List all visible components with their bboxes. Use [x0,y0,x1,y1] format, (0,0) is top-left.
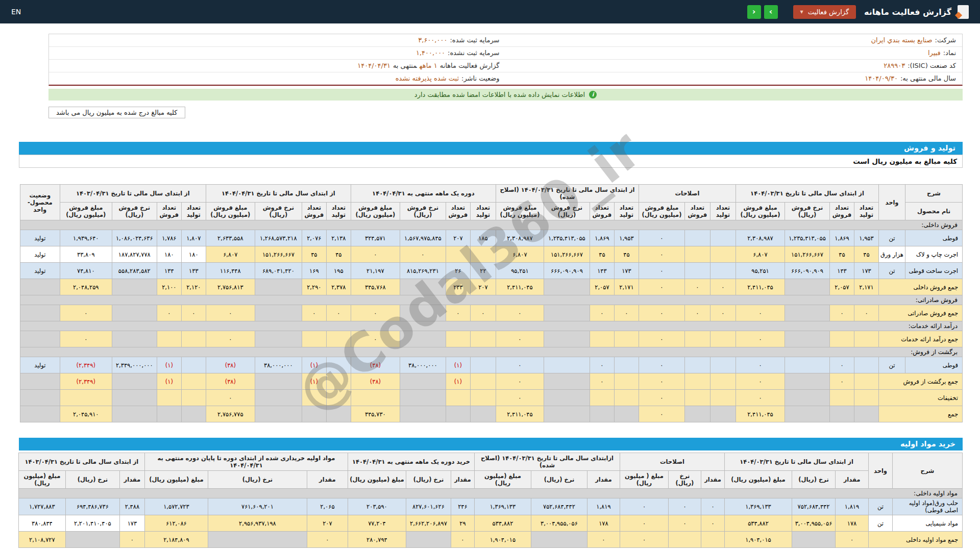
nav-right-button[interactable]: › [764,5,778,19]
cell [112,406,157,422]
cell [684,331,710,347]
cell: ۰ [736,357,785,373]
info-icon: i [589,91,597,98]
cell [684,406,710,422]
cell: تن [869,498,893,515]
cell [785,305,830,321]
info-row: گزارش فعالیت ماهانه۱ ماههمنتهی به۱۴۰۴/۰۴… [49,60,506,72]
cell [684,263,710,279]
cell: ۰ [701,515,724,532]
cell: ۰ [668,498,701,515]
cell: ۳۸,۰۰۰,۰۰۰ [400,357,446,373]
cell: ۴۵ [326,246,351,263]
cell: ۱۴۳ [590,263,614,279]
cell: ۶۹۴,۴۸۶,۷۳۶ [65,498,119,515]
cell: ۲,۰۴۵,۹۱۰ [60,406,112,422]
signature-match-banner: i اطلاعات نمایش داده شده با اطلاعات امضا… [48,89,963,101]
column-header: مبلغ (میلیون ریال) [144,471,208,489]
cell: (۳۸) [206,373,255,390]
cell [684,230,710,246]
cell [20,331,60,347]
cell: ۱,۷۸۶ [157,230,181,246]
cell [326,373,351,390]
cell: ۰ [496,331,544,347]
column-header: نرخ (ریال) [668,471,701,489]
cell: ۲,۲۹۰ [302,279,326,295]
column-header: مبلغ (میلیون ریال) [474,471,531,489]
table-row: جمع فروش داخلی۲,۱۷۱۲,۰۵۷۲,۴۱۱,۰۴۵۰۰۰۲,۱۷… [20,279,962,295]
table-row: مواد شیمیاییتن۱۷۸۳,۰۰۴,۹۵۵,۰۵۶۵۳۴,۸۸۲۰۰۰… [18,515,962,532]
cell: ۱۷۸ [587,515,620,532]
banner-text: اطلاعات نمایش داده شده با اطلاعات امضا ش… [414,91,585,98]
cell: تن [879,263,905,279]
cell: ۰ [639,357,684,373]
cell: ۰ [830,373,854,390]
cell [446,406,470,422]
cell: جمع فروش داخلی [879,279,963,295]
chevron-down-icon: ▼ [800,10,803,14]
cell [710,406,736,422]
cell: ۲,۷۵۶,۷۷۵ [206,406,255,422]
cell: ۲۸۰,۷۹۴ [348,532,406,548]
column-header: از ابتدای سال مالی تا تاریخ ۱۴۰۳/۰۴/۳۱ [18,453,144,471]
cell [830,406,854,422]
column-header: نرخ فروش (ریال) [785,203,830,220]
cell [20,279,60,295]
cell: ۳۸۰,۸۴۴ [18,515,65,532]
cell: ۰ [590,357,614,373]
cell: ۰ [854,305,879,321]
column-header: مبلغ فروش (میلیون ریال) [206,203,255,220]
cell [20,373,60,390]
cell [406,532,451,548]
nav-left-button[interactable]: ‹ [747,5,761,19]
cell: ۶۸۹,۰۴۱,۴۲۰ [255,263,302,279]
cell: ۰ [684,279,710,295]
cell [470,406,496,422]
column-header: نام محصول [905,203,963,220]
cell [544,373,590,390]
cell: ۰ [206,331,255,347]
materials-table: شرحواحداز ابتدای سال مالی تا تاریخ ۱۴۰۴/… [18,453,963,548]
cell [710,357,736,373]
cell [157,390,181,406]
report-type-dropdown[interactable]: گزارش فعالیت ▼ [793,5,856,19]
table-row: تخفیفات۰۰۰۰ [20,390,962,406]
cell: ۰ [157,305,181,321]
cell [470,331,496,347]
column-header: شرح [905,185,963,203]
cell: ۱,۸۱۹ [836,498,869,515]
cell: ۰ [639,305,684,321]
cell [544,279,590,295]
cell [208,532,307,548]
cell: ۵۳۴,۸۸۲ [724,515,792,532]
cell [785,373,830,390]
table-unit-note: کلیه مبالغ به میلیون ریال است [19,155,963,168]
top-header-bar: گزارش فعالیت ماهانه گزارش فعالیت ▼ › ‹ E… [0,0,980,23]
cell [785,279,830,295]
cell: (۱) [157,373,181,390]
cell: ۳,۰۰۴,۹۵۵,۰۵۶ [531,515,587,532]
cell [326,390,351,406]
info-row: کد صنعت (ISIC):۲۸۹۹۰۳ [506,60,963,72]
column-header: تعداد فروش [157,203,181,220]
info-label: سال مالی منتهی به: [900,74,956,82]
cell: ۰ [701,498,724,515]
cell [785,357,830,373]
cell: ۰ [736,390,785,406]
section-row: برگشت از فروش: [20,347,962,357]
cell: ۱۸۵ [470,230,496,246]
cell: ۰ [710,305,736,321]
cell: ۳۲۴,۵۷۱ [351,230,400,246]
cell [531,532,587,548]
cell: ۰ [451,532,474,548]
cell: جمع برگشت از فروش [879,373,963,390]
section-row: فروش داخلی: [20,220,962,230]
column-header: مقدار [701,471,724,489]
cell: ۰ [736,373,785,390]
language-toggle-en[interactable]: EN [11,8,21,16]
cell [60,390,112,406]
cell [157,406,181,422]
table-row: اجرت ساخت قوطیتن۱۷۳۱۴۳۶۶۶,۰۹۰,۹۰۹۹۵,۲۵۱۰… [20,263,962,279]
cell: ۰ [736,305,785,321]
column-header: مقدار [836,471,869,489]
